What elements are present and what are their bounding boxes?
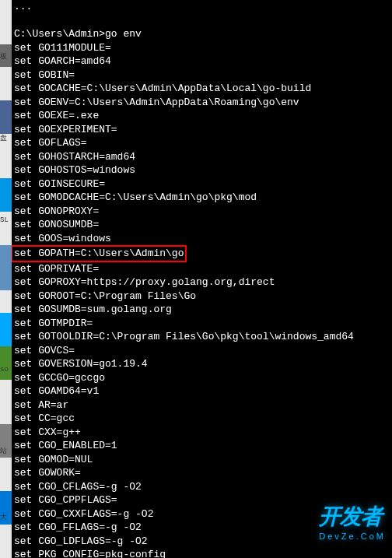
env-line: set GOROOT=C:\Program Files\Go xyxy=(14,290,390,304)
env-line: set AR=ar xyxy=(14,398,390,412)
terminal-blank-line xyxy=(14,14,390,28)
env-line: set GOTOOLDIR=C:\Program Files\Go\pkg\to… xyxy=(14,330,390,344)
env-line: set CGO_LDFLAGS=-g -O2 xyxy=(14,535,390,549)
env-line: set GCCGO=gccgo xyxy=(14,371,390,385)
cmd-terminal[interactable]: ... C:\Users\Admin>go env set GO111MODUL… xyxy=(12,0,392,558)
env-line: set GOEXPERIMENT= xyxy=(14,123,390,137)
terminal-command-line: C:\Users\Admin>go env xyxy=(14,27,390,41)
env-line: set PKG_CONFIG=pkg-config xyxy=(14,548,390,558)
sidebar-label: 板 xyxy=(0,53,7,61)
env-line: set GO111MODULE= xyxy=(14,41,390,55)
env-line: set GOEXE=.exe xyxy=(14,109,390,123)
env-line: set CGO_ENABLED=1 xyxy=(14,439,390,453)
env-line: set GOCACHE=C:\Users\Admin\AppData\Local… xyxy=(14,82,390,96)
env-line: set GOVCS= xyxy=(14,344,390,358)
env-line: set GOWORK= xyxy=(14,466,390,480)
sidebar-label: 盘 xyxy=(0,135,7,142)
env-line: set GOHOSTOS=windows xyxy=(14,163,390,177)
env-line: set GOARCH=amd64 xyxy=(14,54,390,68)
env-line-highlighted: set GOPATH=C:\Users\Admin\go xyxy=(14,245,390,262)
env-line: set GONOSUMDB= xyxy=(14,218,390,232)
env-line: set GOMOD=NUL xyxy=(14,453,390,467)
env-line: set GOAMD64=v1 xyxy=(14,384,390,398)
env-line: set CC=gcc xyxy=(14,412,390,426)
env-line: set CXX=g++ xyxy=(14,426,390,440)
env-line: set GOTMPDIR= xyxy=(14,317,390,331)
prompt: C:\Users\Admin> xyxy=(14,28,105,40)
desktop-taskbar-fragment: 板 盘 SL so 站 大 xyxy=(0,0,12,558)
terminal-title-line: ... xyxy=(14,0,390,14)
env-line: set GOFLAGS= xyxy=(14,136,390,150)
sidebar-label: 站 xyxy=(0,447,7,455)
env-line: set GONOPROXY= xyxy=(14,205,390,219)
env-line: set GOENV=C:\Users\Admin\AppData\Roaming… xyxy=(14,96,390,110)
env-line: set GOVERSION=go1.19.4 xyxy=(14,357,390,371)
env-line: set GOPRIVATE= xyxy=(14,262,390,276)
sidebar-label: 大 xyxy=(0,514,7,521)
sidebar-label: SL xyxy=(0,216,9,224)
env-line: set GOHOSTARCH=amd64 xyxy=(14,150,390,164)
sidebar-label: so xyxy=(0,366,9,374)
env-line: set GOSUMDB=sum.golang.org xyxy=(14,303,390,317)
env-line: set CGO_CPPFLAGS= xyxy=(14,493,390,507)
env-line: set CGO_FFLAGS=-g -O2 xyxy=(14,521,390,535)
gopath-highlight: set GOPATH=C:\Users\Admin\go xyxy=(12,245,187,262)
env-line: set GOBIN= xyxy=(14,68,390,82)
env-line: set CGO_CFLAGS=-g -O2 xyxy=(14,480,390,494)
env-line: set GOOS=windows xyxy=(14,232,390,246)
env-line: set GOINSECURE= xyxy=(14,177,390,191)
command-text: go env xyxy=(105,28,142,40)
env-line: set GOMODCACHE=C:\Users\Admin\go\pkg\mod xyxy=(14,191,390,205)
env-line: set CGO_CXXFLAGS=-g -O2 xyxy=(14,507,390,521)
env-line: set GOPROXY=https://proxy.golang.org,dir… xyxy=(14,275,390,290)
